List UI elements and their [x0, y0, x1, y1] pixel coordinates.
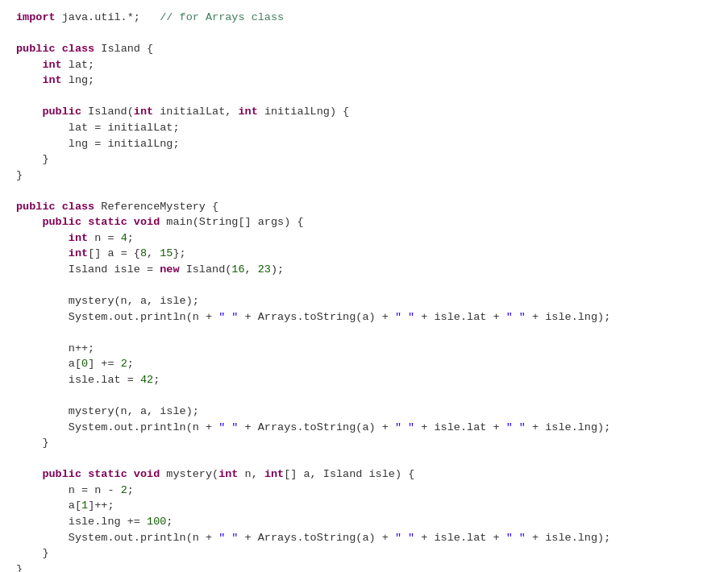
plain-token: }: [42, 153, 48, 165]
code-line: int lat;: [16, 57, 712, 73]
kw-token: public: [16, 201, 56, 213]
plain-token: };: [173, 247, 185, 259]
kw-token: class: [62, 43, 95, 55]
num-token: 2: [121, 358, 127, 370]
code-line: int[] a = {8, 15};: [16, 246, 712, 262]
kw-token: int: [218, 468, 238, 480]
kw-token: public: [42, 216, 81, 228]
code-line: isle.lat = 42;: [16, 372, 712, 388]
str-token: " ": [395, 311, 414, 323]
plain-token: ]++;: [88, 499, 114, 512]
plain-token: n =: [88, 232, 121, 244]
num-token: 100: [147, 516, 166, 528]
code-line: lat = initialLat;: [16, 120, 712, 136]
code-line: a[1]++;: [16, 498, 712, 514]
plain-token: lat = initialLat;: [69, 122, 180, 134]
plain-token: ReferenceMystery {: [94, 201, 218, 213]
str-token: " ": [506, 532, 526, 544]
plain-token: main(String[] args) {: [160, 216, 303, 228]
plain-token: n = n -: [69, 484, 121, 496]
code-line: }: [16, 562, 712, 572]
plain-token: isle.lat =: [69, 374, 140, 386]
num-token: 15: [160, 247, 173, 259]
code-line: System.out.println(n + " " + Arrays.toSt…: [16, 530, 712, 546]
code-line: int n = 4;: [16, 230, 712, 247]
str-token: " ": [506, 311, 526, 323]
blank-line: [16, 451, 712, 467]
kw-token: int: [69, 232, 88, 244]
str-token: " ": [218, 421, 238, 433]
plain-token: }: [16, 563, 23, 572]
plain-token: a[: [69, 499, 81, 512]
code-line: mystery(n, a, isle);: [16, 404, 712, 420]
plain-token: [56, 43, 62, 55]
plain-token: System.out.println(n +: [69, 532, 218, 544]
plain-token: java.util.*;: [56, 11, 160, 23]
plain-token: ;: [127, 358, 134, 370]
kw-token: public: [42, 106, 81, 118]
plain-token: }: [42, 437, 48, 449]
plain-token: n,: [238, 468, 264, 480]
plain-token: Island isle =: [69, 263, 160, 276]
blank-line: [16, 26, 712, 42]
plain-token: + isle.lng);: [526, 532, 610, 544]
plain-token: }: [16, 169, 23, 181]
plain-token: [81, 468, 88, 480]
code-line: public class Island {: [16, 41, 712, 57]
plain-token: + Arrays.toString(a) +: [238, 421, 394, 433]
code-line: int lng;: [16, 73, 712, 89]
plain-token: Island(: [81, 106, 134, 118]
plain-token: initialLat,: [153, 106, 238, 118]
code-line: public class ReferenceMystery {: [16, 199, 712, 215]
plain-token: [] a = {: [88, 247, 140, 259]
kw-token: static: [88, 468, 127, 480]
kw-token: int: [264, 468, 284, 480]
plain-token: mystery(n, a, isle);: [69, 295, 199, 307]
cm-token: // for Arrays class: [160, 11, 284, 23]
code-line: }: [16, 545, 712, 562]
num-token: 2: [121, 484, 127, 496]
blank-line: [16, 183, 712, 199]
code-line: Island isle = new Island(16, 23);: [16, 262, 712, 278]
plain-token: [56, 201, 62, 213]
code-line: n++;: [16, 341, 712, 357]
plain-token: [127, 216, 134, 228]
plain-token: lat;: [62, 59, 95, 71]
plain-token: + isle.lat +: [414, 532, 505, 544]
plain-token: [127, 468, 134, 480]
code-line: public static void mystery(int n, int[] …: [16, 466, 712, 483]
plain-token: }: [42, 547, 48, 559]
num-token: 0: [81, 358, 88, 370]
code-line: isle.lng += 100;: [16, 514, 712, 530]
str-token: " ": [395, 421, 414, 433]
kw-token: class: [62, 201, 95, 213]
plain-token: ;: [153, 374, 160, 386]
code-line: }: [16, 151, 712, 168]
code-line: }: [16, 168, 712, 184]
plain-token: System.out.println(n +: [69, 311, 218, 323]
kw-token: int: [69, 247, 88, 259]
code-line: import java.util.*; // for Arrays class: [16, 10, 712, 26]
plain-token: + isle.lat +: [414, 421, 505, 433]
blank-line: [16, 388, 712, 404]
plain-token: Island {: [94, 43, 153, 55]
code-line: a[0] += 2;: [16, 356, 712, 372]
str-token: " ": [218, 311, 238, 323]
kw-token: int: [238, 106, 257, 118]
code-line: public Island(int initialLat, int initia…: [16, 104, 712, 120]
plain-token: + Arrays.toString(a) +: [238, 532, 394, 544]
plain-token: + isle.lng);: [526, 421, 610, 433]
str-token: " ": [218, 532, 238, 544]
plain-token: ;: [166, 516, 173, 528]
plain-token: ] +=: [88, 358, 121, 370]
plain-token: a[: [69, 358, 81, 370]
code-line: mystery(n, a, isle);: [16, 293, 712, 309]
plain-token: System.out.println(n +: [69, 421, 218, 433]
num-token: 16: [231, 263, 244, 276]
num-token: 1: [81, 499, 88, 512]
plain-token: + isle.lng);: [526, 311, 610, 323]
plain-token: isle.lng +=: [69, 516, 147, 528]
num-token: 4: [121, 232, 127, 244]
str-token: " ": [395, 532, 414, 544]
code-line: lng = initialLng;: [16, 136, 712, 152]
